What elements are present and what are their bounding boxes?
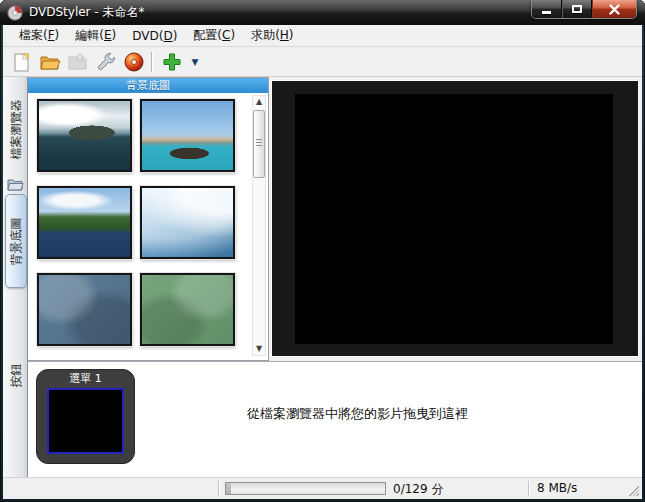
drop-hint-text: 從檔案瀏覽器中將您的影片拖曳到這裡 [247,405,468,423]
scroll-up-icon[interactable]: ▲ [253,96,265,108]
statusbar: 0/129 分 8 MB/s [3,477,642,499]
window-controls [531,0,637,19]
scroll-down-icon[interactable]: ▼ [253,343,265,355]
menu-preview-screen[interactable] [295,94,613,344]
sidebar-tab-file-browser[interactable]: 檔案瀏覽器 [3,85,28,173]
new-project-button[interactable] [8,49,36,75]
titlebar[interactable]: DVDStyler - 未命名* [0,0,645,25]
menu-dvd[interactable]: DVD(D) [124,27,185,45]
add-plus-icon [161,51,183,73]
background-thumbnail-photo-beach-boat[interactable] [140,99,235,172]
close-icon [609,4,620,15]
top-row: 背景底圖 ▲ ▼ [28,77,642,361]
client-area: 檔案(F) 編輯(E) DVD(D) 配置(C) 求助(H) [3,25,642,499]
sidebar-tab-buttons-label: 按鈕 [7,363,24,387]
sidebar-tabstrip: 檔案瀏覽器 背景底圖 按鈕 [3,77,28,477]
sidebar-tab-backgrounds-label: 背景底圖 [8,217,25,265]
sidebar-tab-backgrounds[interactable]: 背景底圖 [5,194,27,288]
menu-configuration[interactable]: 配置(C) [185,25,243,46]
folder-icon [7,177,24,192]
scrollbar-thumb[interactable] [253,110,265,178]
burn-disc-icon [123,51,145,73]
body-area: 檔案瀏覽器 背景底圖 按鈕 背景底圖 [3,77,642,477]
resize-grip[interactable] [627,484,639,496]
capacity-progressbar [225,482,386,495]
toolbar: ▼ [3,47,642,77]
scrollbar-grip [256,139,262,148]
menu-preview-canvas[interactable] [271,80,639,357]
duration-status: 0/129 分 [393,481,443,498]
capacity-progress-fill [226,483,231,494]
open-project-button[interactable] [36,49,64,75]
add-object-dropdown[interactable]: ▼ [186,49,202,75]
menubar: 檔案(F) 編輯(E) DVD(D) 配置(C) 求助(H) [3,25,642,47]
new-document-icon [11,51,33,73]
statusbar-separator [218,481,219,496]
menu-edit[interactable]: 編輯(E) [67,25,124,46]
preview-area [269,77,642,361]
background-thumbnail-texture-green[interactable] [140,273,235,346]
menu-1-screen [47,388,124,454]
backgrounds-panel-header: 背景底圖 [28,78,268,93]
statusbar-separator [528,481,529,496]
background-thumbnail-photo-sea-island[interactable] [37,99,132,172]
settings-button[interactable] [92,49,120,75]
right-column: 背景底圖 ▲ ▼ [28,77,642,477]
burn-button[interactable] [120,49,148,75]
settings-wrench-icon [95,51,117,73]
backgrounds-scrollbar[interactable]: ▲ ▼ [252,95,266,356]
minimize-button[interactable] [532,0,562,18]
menus-panel[interactable]: 選單 1 從檔案瀏覽器中將您的影片拖曳到這裡 [28,361,642,477]
open-folder-icon [39,51,61,73]
app-window: DVDStyler - 未命名* 檔案(F) 編輯(E) DVD(D) 配置(C… [0,0,645,502]
dropdown-arrow-icon: ▼ [192,57,199,67]
toolbar-separator [151,52,152,72]
save-disabled-icon [67,51,89,73]
maximize-icon [572,5,582,13]
background-thumbnail-gradient-blue-waves[interactable] [140,186,235,259]
menu-file[interactable]: 檔案(F) [11,25,67,46]
window-title: DVDStyler - 未命名* [29,4,145,21]
bitrate-status: 8 MB/s [537,481,577,495]
menu-1-thumbnail[interactable]: 選單 1 [36,369,135,464]
app-icon [7,5,23,21]
sidebar-tab-file-browser-label: 檔案瀏覽器 [7,99,24,159]
backgrounds-panel: 背景底圖 ▲ ▼ [28,77,269,361]
close-button[interactable] [592,0,636,18]
sidebar-tab-buttons[interactable]: 按鈕 [3,355,28,395]
background-thumbnail-photo-lake-shore[interactable] [37,186,132,259]
backgrounds-list[interactable]: ▲ ▼ [28,93,268,360]
background-thumbnail-texture-blue-gray[interactable] [37,273,132,346]
menu-help[interactable]: 求助(H) [243,25,301,46]
save-project-button [64,49,92,75]
maximize-button[interactable] [562,0,592,18]
minimize-icon [542,11,551,14]
add-object-button[interactable] [158,49,186,75]
menu-1-label: 選單 1 [69,370,102,388]
